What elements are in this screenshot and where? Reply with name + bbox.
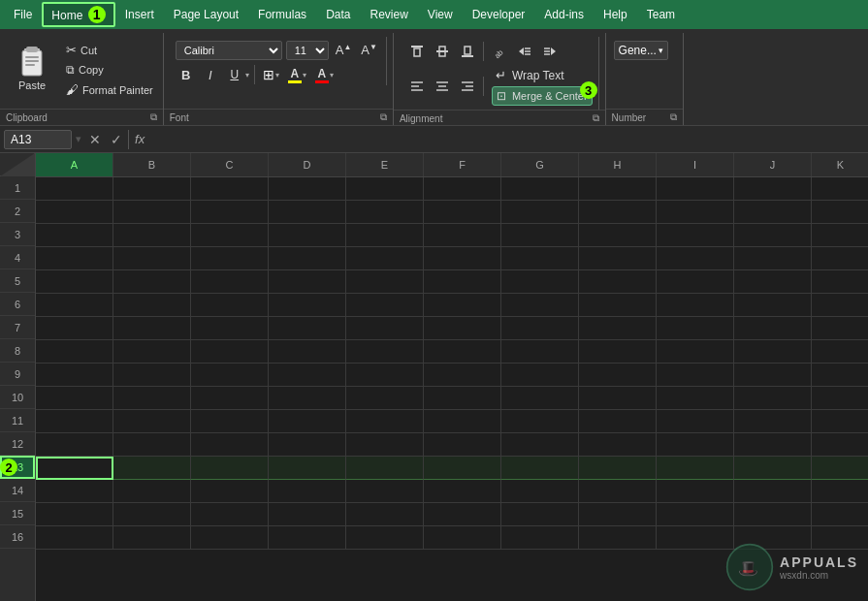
cell-H15[interactable] [579, 503, 657, 526]
cell-E9[interactable] [346, 364, 424, 387]
cell-B16[interactable] [113, 526, 191, 550]
col-header-G[interactable]: G [501, 153, 579, 176]
alignment-dialog-icon[interactable]: ⧉ [593, 112, 599, 124]
cell-B5[interactable] [113, 270, 191, 294]
cell-C2[interactable] [191, 201, 269, 224]
cell-C10[interactable] [191, 387, 269, 410]
cell-C8[interactable] [191, 340, 269, 364]
cell-K1[interactable] [812, 177, 868, 201]
cell-K2[interactable] [812, 201, 868, 224]
cell-D3[interactable] [269, 224, 346, 247]
menu-insert[interactable]: Insert [115, 4, 164, 25]
cell-B13[interactable] [113, 457, 191, 480]
cell-G8[interactable] [501, 340, 579, 364]
cell-I4[interactable] [657, 247, 734, 270]
cell-D14[interactable] [269, 480, 346, 503]
cell-C6[interactable] [191, 294, 269, 317]
col-header-C[interactable]: C [191, 153, 269, 176]
cell-H6[interactable] [579, 294, 657, 317]
align-middle-button[interactable] [431, 41, 454, 62]
menu-team[interactable]: Team [637, 4, 685, 25]
formula-input[interactable] [152, 133, 864, 146]
cell-B3[interactable] [113, 224, 191, 247]
cell-D4[interactable] [269, 247, 346, 270]
format-painter-button[interactable]: 🖌 Format Painter [62, 80, 157, 99]
cell-reference-input[interactable] [4, 130, 72, 149]
row-header-4[interactable]: 4 [0, 246, 35, 269]
cell-G11[interactable] [501, 410, 579, 433]
row-header-1[interactable]: 1 [0, 176, 35, 200]
cell-E10[interactable] [346, 387, 424, 410]
cell-J13[interactable] [734, 457, 812, 480]
wrap-text-button[interactable]: ↵ Wrap Text [492, 66, 593, 84]
cell-H16[interactable] [579, 526, 657, 550]
col-header-F[interactable]: F [424, 153, 501, 176]
confirm-formula-button[interactable]: ✓ [107, 130, 126, 149]
row-header-5[interactable]: 5 [0, 269, 35, 293]
col-header-A[interactable]: A [36, 153, 113, 176]
menu-home[interactable]: Home 1 [42, 2, 114, 27]
cell-H7[interactable] [579, 317, 657, 340]
menu-developer[interactable]: Developer [463, 4, 535, 25]
cell-C1[interactable] [191, 177, 269, 201]
cell-H1[interactable] [579, 177, 657, 201]
cell-A4[interactable] [36, 247, 113, 270]
cell-F5[interactable] [424, 270, 501, 294]
cell-G3[interactable] [501, 224, 579, 247]
cell-B1[interactable] [113, 177, 191, 201]
col-header-I[interactable]: I [657, 153, 734, 176]
cell-H3[interactable] [579, 224, 657, 247]
border-button[interactable]: ⊞ ▾ [260, 65, 282, 84]
cell-H9[interactable] [579, 364, 657, 387]
cell-C9[interactable] [191, 364, 269, 387]
cell-J6[interactable] [734, 294, 812, 317]
cell-A14[interactable] [36, 480, 113, 503]
cell-H8[interactable] [579, 340, 657, 364]
cell-G2[interactable] [501, 201, 579, 224]
cell-G16[interactable] [501, 526, 579, 550]
cell-I9[interactable] [657, 364, 734, 387]
indent-decrease-button[interactable] [513, 41, 536, 62]
cell-C16[interactable] [191, 526, 269, 550]
cell-C12[interactable] [191, 433, 269, 457]
cell-I6[interactable] [657, 294, 734, 317]
cell-F3[interactable] [424, 224, 501, 247]
cell-G1[interactable] [501, 177, 579, 201]
cell-F16[interactable] [424, 526, 501, 550]
cell-D8[interactable] [269, 340, 346, 364]
cell-K13[interactable] [812, 457, 868, 480]
cell-D9[interactable] [269, 364, 346, 387]
cell-H13[interactable] [579, 457, 657, 480]
font-dialog-icon[interactable]: ⧉ [380, 111, 387, 123]
number-format-dropdown[interactable]: Gene... ▾ [614, 41, 668, 60]
cell-J4[interactable] [734, 247, 812, 270]
increase-font-size-button[interactable]: A▲ [333, 42, 355, 58]
menu-data[interactable]: Data [316, 4, 360, 25]
cell-I7[interactable] [657, 317, 734, 340]
col-header-D[interactable]: D [269, 153, 346, 176]
cell-E8[interactable] [346, 340, 424, 364]
cell-C13[interactable] [191, 457, 269, 480]
cell-F1[interactable] [424, 177, 501, 201]
cell-A6[interactable] [36, 294, 113, 317]
cell-H11[interactable] [579, 410, 657, 433]
cell-E5[interactable] [346, 270, 424, 294]
cell-G10[interactable] [501, 387, 579, 410]
menu-formulas[interactable]: Formulas [248, 4, 316, 25]
cell-G9[interactable] [501, 364, 579, 387]
cell-F9[interactable] [424, 364, 501, 387]
col-header-H[interactable]: H [579, 153, 657, 176]
cell-J15[interactable] [734, 503, 812, 526]
cell-I2[interactable] [657, 201, 734, 224]
cell-D15[interactable] [269, 503, 346, 526]
cell-A7[interactable] [36, 317, 113, 340]
border-dropdown-arrow[interactable]: ▾ [275, 71, 279, 79]
row-header-3[interactable]: 3 [0, 223, 35, 246]
cell-K5[interactable] [812, 270, 868, 294]
cell-I16[interactable] [657, 526, 734, 550]
cell-K6[interactable] [812, 294, 868, 317]
cell-J3[interactable] [734, 224, 812, 247]
cell-C11[interactable] [191, 410, 269, 433]
merge-center-button[interactable]: ⊡ Merge & Center 3 [492, 86, 593, 106]
cell-B11[interactable] [113, 410, 191, 433]
